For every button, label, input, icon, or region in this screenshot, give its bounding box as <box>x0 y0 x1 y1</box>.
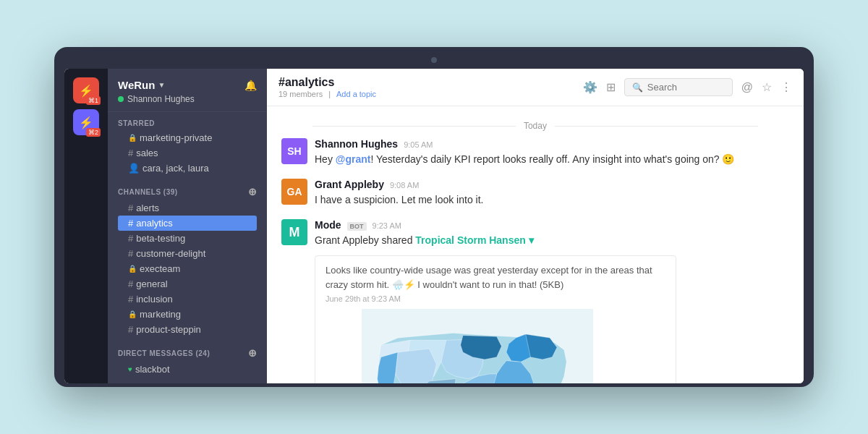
mode-preview-box: Looks like country-wide usage was great … <box>315 255 676 383</box>
slackbot-status-dot: ♥ <box>128 365 132 373</box>
starred-item-marketing-private[interactable]: 🔒 marketing-private <box>118 130 257 145</box>
msg-text-mode: Grant Appleby shared Tropical Storm Hans… <box>315 233 789 251</box>
workspace-icon-1[interactable]: ⚡ ⌘1 <box>73 77 99 103</box>
avatar-mode: M <box>281 219 307 245</box>
starred-item-cara[interactable]: 👤 cara, jack, laura <box>118 161 257 176</box>
avatar-grant: GA <box>281 179 307 205</box>
hash-icon: # <box>128 203 133 213</box>
dm-item-slackbot[interactable]: ♥ slackbot <box>118 362 257 377</box>
channel-meta: 19 members | Add a topic <box>278 90 574 98</box>
at-icon[interactable]: @ <box>741 81 753 94</box>
member-count: 19 members <box>278 90 323 98</box>
device-frame: ⚡ ⌘1 ⚡ ⌘2 WeRun ▼ 🔔 Shannon <box>54 47 814 387</box>
starred-item-sales[interactable]: # sales <box>118 145 257 161</box>
message-grant: GA Grant Appleby 9:08 AM I have a suspic… <box>281 179 789 208</box>
channel-item-product-steppin[interactable]: # product-steppin <box>118 322 257 337</box>
channels-section-title: CHANNELS (39) ⊕ <box>118 186 257 197</box>
workspace-icon-2[interactable]: ⚡ ⌘2 <box>73 109 99 135</box>
search-input[interactable] <box>647 82 725 93</box>
starred-section-title: STARRED <box>118 119 257 127</box>
device-screen: ⚡ ⌘1 ⚡ ⌘2 WeRun ▼ 🔔 Shannon <box>64 69 804 383</box>
msg-content-grant: Grant Appleby 9:08 AM I have a suspicion… <box>315 179 789 208</box>
workspace-badge-1: ⌘1 <box>86 96 101 105</box>
chat-area: #analytics 19 members | Add a topic ⚙️ ⊞… <box>267 69 804 383</box>
msg-header-mode: Mode BOT 9:23 AM <box>315 219 789 231</box>
workspace-name[interactable]: WeRun ▼ <box>118 79 165 91</box>
channels-section: CHANNELS (39) ⊕ # alerts # analytics # b… <box>108 179 267 340</box>
starred-section: STARRED 🔒 marketing-private # sales 👤 ca… <box>108 112 267 179</box>
channel-item-general[interactable]: # general <box>118 276 257 292</box>
lock-icon: 🔒 <box>128 310 137 318</box>
bell-icon[interactable]: 🔔 <box>244 80 257 91</box>
device-camera <box>431 57 437 63</box>
layout-icon[interactable]: ⊞ <box>606 80 616 94</box>
lightning-icon-1: ⚡ <box>79 84 93 98</box>
lock-icon: 🔒 <box>128 265 137 273</box>
hash-icon: # <box>128 324 133 335</box>
lightning-icon-2: ⚡ <box>79 116 93 129</box>
lock-icon: 🔒 <box>128 134 137 142</box>
add-channel-icon[interactable]: ⊕ <box>248 186 258 197</box>
search-icon: 🔍 <box>632 82 643 93</box>
avatar-shannon: SH <box>281 138 307 164</box>
msg-text-grant: I have a suspicion. Let me look into it. <box>315 192 789 208</box>
settings-icon[interactable]: ⚙️ <box>583 80 597 94</box>
people-icon: 👤 <box>128 163 140 174</box>
msg-text-shannon: Hey @grant! Yesterday's daily KPI report… <box>315 152 789 167</box>
channel-item-execteam[interactable]: 🔒 execteam <box>118 261 257 276</box>
workspace-badge-2: ⌘2 <box>86 128 101 137</box>
sidebar-username: Shannon Hughes <box>127 94 195 104</box>
channel-item-marketing[interactable]: 🔒 marketing <box>118 307 257 322</box>
dm-section-title: DIRECT MESSAGES (24) ⊕ <box>118 347 257 359</box>
channel-item-alerts[interactable]: # alerts <box>118 200 257 216</box>
more-icon[interactable]: ⋮ <box>780 80 792 94</box>
bot-badge: BOT <box>347 222 367 231</box>
hash-icon: # <box>128 233 133 244</box>
mode-preview-text: Looks like country-wide usage was great … <box>326 263 665 292</box>
workspace-caret: ▼ <box>158 81 165 89</box>
msg-time-grant: 9:08 AM <box>390 181 419 190</box>
icon-rail: ⚡ ⌘1 ⚡ ⌘2 <box>64 69 108 383</box>
add-dm-icon[interactable]: ⊕ <box>248 347 258 359</box>
msg-author-grant: Grant Appleby <box>315 179 384 190</box>
channel-item-customer-delight[interactable]: # customer-delight <box>118 246 257 261</box>
channel-item-analytics[interactable]: # analytics <box>118 216 257 231</box>
msg-header-grant: Grant Appleby 9:08 AM <box>315 179 789 190</box>
channel-title: #analytics <box>278 76 574 89</box>
hash-icon: # <box>128 148 133 158</box>
msg-author-shannon: Shannon Hughes <box>315 138 398 150</box>
msg-author-mode: Mode <box>315 219 341 231</box>
mode-date: June 29th at 9:23 AM <box>326 294 665 303</box>
add-topic-link[interactable]: Add a topic <box>336 90 376 98</box>
hash-icon: # <box>128 278 133 289</box>
chat-header: #analytics 19 members | Add a topic ⚙️ ⊞… <box>267 69 804 106</box>
channel-item-inclusion[interactable]: # inclusion <box>118 292 257 307</box>
msg-time-mode: 9:23 AM <box>373 221 401 230</box>
star-icon[interactable]: ☆ <box>762 80 772 94</box>
status-online-dot <box>118 96 124 102</box>
message-shannon: SH Shannon Hughes 9:05 AM Hey @grant! Ye… <box>281 138 789 167</box>
dm-section: DIRECT MESSAGES (24) ⊕ ♥ slackbot <box>108 340 267 380</box>
tropical-storm-link[interactable]: Tropical Storm Hansen ▾ <box>415 233 533 248</box>
day-divider: Today <box>281 121 789 131</box>
messages-container: Today SH Shannon Hughes 9:05 AM Hey @gra… <box>267 106 804 383</box>
msg-header-shannon: Shannon Hughes 9:05 AM <box>315 138 789 150</box>
search-box[interactable]: 🔍 <box>624 78 733 96</box>
channel-title-area: #analytics 19 members | Add a topic <box>278 76 574 98</box>
hash-icon: # <box>128 294 133 305</box>
user-status: Shannon Hughes <box>118 94 257 104</box>
hash-icon: # <box>128 218 133 229</box>
message-mode: M Mode BOT 9:23 AM Grant Appleby shared … <box>281 219 789 383</box>
sidebar: WeRun ▼ 🔔 Shannon Hughes STARRED 🔒 mar <box>108 69 267 383</box>
msg-content-shannon: Shannon Hughes 9:05 AM Hey @grant! Yeste… <box>315 138 789 167</box>
msg-content-mode: Mode BOT 9:23 AM Grant Appleby shared Tr… <box>315 219 789 383</box>
us-map <box>326 309 629 383</box>
channel-item-beta-testing[interactable]: # beta-testing <box>118 231 257 246</box>
mention-grant[interactable]: @grant <box>336 153 371 165</box>
hash-icon: # <box>128 248 133 259</box>
header-icons: ⚙️ ⊞ 🔍 @ ☆ ⋮ <box>583 78 792 96</box>
sidebar-header: WeRun ▼ 🔔 Shannon Hughes <box>108 69 267 112</box>
msg-time-shannon: 9:05 AM <box>404 140 433 149</box>
